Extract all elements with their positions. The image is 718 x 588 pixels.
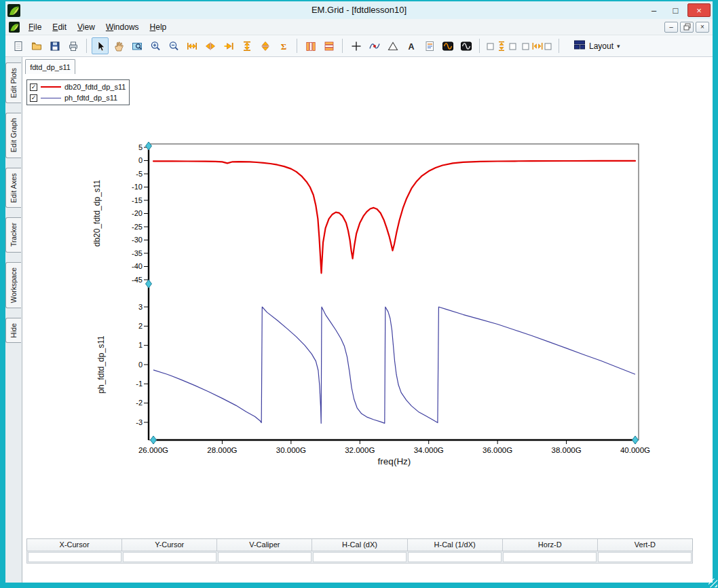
window-title: EM.Grid - [fdtdlesson10] bbox=[5, 5, 713, 15]
sidebar-tab-tracker[interactable]: Tracker bbox=[5, 217, 21, 252]
pan-hand-button[interactable] bbox=[110, 37, 127, 54]
h-expand-icon bbox=[186, 40, 198, 52]
legend-line-sample bbox=[41, 98, 61, 98]
select-arrow-button[interactable] bbox=[92, 37, 109, 54]
readout-column-header: H-Cal (dX) bbox=[312, 539, 407, 551]
column-bars-button[interactable] bbox=[302, 37, 319, 54]
readout-value-row bbox=[26, 551, 693, 564]
sidebar-tab-label: Edit Plots bbox=[10, 68, 18, 98]
menu-help[interactable]: Help bbox=[145, 20, 172, 34]
y-tick-label: -20 bbox=[132, 209, 143, 217]
zoom-in-button[interactable] bbox=[147, 37, 164, 54]
y-axis-label-bottom: ph_fdtd_dp_s11 bbox=[96, 335, 106, 393]
row-bars-button[interactable] bbox=[320, 37, 337, 54]
menu-file[interactable]: File bbox=[23, 20, 47, 34]
select-arrow-icon bbox=[94, 40, 107, 52]
close-button[interactable]: × bbox=[687, 3, 711, 17]
maximize-button[interactable]: □ bbox=[666, 3, 685, 17]
new-document-icon bbox=[12, 40, 24, 52]
h-axis-toggle-button[interactable] bbox=[520, 37, 554, 54]
pan-hand-icon bbox=[113, 40, 125, 52]
v-axis-toggle-button[interactable] bbox=[485, 37, 518, 54]
readout-value-cell bbox=[28, 552, 121, 562]
readout-value-cell bbox=[123, 552, 216, 562]
readout-column-header: X-Cursor bbox=[27, 539, 122, 551]
y-tick-label: 1 bbox=[138, 341, 143, 349]
mdi-close-button[interactable]: × bbox=[696, 22, 709, 33]
wave-orange-button[interactable] bbox=[439, 37, 456, 54]
open-folder-button[interactable] bbox=[28, 37, 45, 54]
menu-edit[interactable]: Edit bbox=[47, 20, 72, 34]
sidebar-tab-edit-plots[interactable]: Edit Plots bbox=[5, 62, 21, 103]
menu-windows[interactable]: Windows bbox=[100, 20, 145, 34]
y-tick-label: -15 bbox=[132, 196, 143, 204]
toolbar: ΣALayout▾ bbox=[5, 35, 713, 57]
curve-marker-button[interactable] bbox=[366, 37, 383, 54]
v-split-button[interactable] bbox=[257, 37, 273, 54]
sidebar-tab-label: Workspace bbox=[10, 268, 18, 303]
menu-bar: FileEditViewWindowsHelp – × bbox=[5, 19, 713, 35]
x-tick-label: 40.000G bbox=[620, 446, 650, 454]
save-button[interactable] bbox=[46, 37, 63, 54]
v-expand-icon bbox=[241, 40, 253, 52]
y-tick-label: 5 bbox=[138, 143, 143, 151]
delta-marker-button[interactable] bbox=[384, 37, 401, 54]
sidebar-tab-edit-axes[interactable]: Edit Axes bbox=[5, 168, 21, 208]
x-tick-label: 34.000G bbox=[414, 446, 444, 454]
y-tick-label: -2 bbox=[136, 399, 143, 407]
svg-text:A: A bbox=[408, 41, 414, 51]
x-tick-label: 38.000G bbox=[552, 446, 582, 454]
delta-marker-icon bbox=[387, 40, 399, 52]
open-folder-icon bbox=[31, 40, 43, 52]
legend-series-label: db20_fdtd_dp_s11 bbox=[64, 83, 126, 91]
wave-white-icon bbox=[460, 40, 472, 52]
readout-header-row: X-CursorY-CursorV-CaliperH-Cal (dX)H-Cal… bbox=[26, 538, 693, 551]
layout-dropdown-button[interactable]: Layout▾ bbox=[568, 37, 626, 54]
sum-sigma-button[interactable]: Σ bbox=[275, 37, 292, 54]
y-tick-label: -45 bbox=[132, 276, 143, 284]
y-tick-label: -25 bbox=[132, 223, 143, 231]
readout-column-header: Vert-D bbox=[598, 539, 692, 551]
zoom-region-icon bbox=[131, 40, 143, 52]
svg-text:Σ: Σ bbox=[280, 41, 286, 51]
new-document-button[interactable] bbox=[10, 37, 26, 54]
legend-checkbox[interactable]: ✓ bbox=[30, 94, 37, 102]
h-split-button[interactable] bbox=[202, 37, 219, 54]
h-expand-button[interactable] bbox=[183, 37, 200, 54]
app-window: EM.Grid - [fdtdlesson10] – □ × FileEditV… bbox=[0, 0, 718, 588]
zoom-out-button[interactable] bbox=[165, 37, 182, 54]
sidebar-tab-workspace[interactable]: Workspace bbox=[5, 262, 21, 308]
resize-grip[interactable] bbox=[708, 578, 717, 587]
toolbar-separator bbox=[86, 39, 87, 53]
title-bar: EM.Grid - [fdtdlesson10] – □ × bbox=[5, 1, 713, 19]
document-tab[interactable]: fdtd_dp_s11 bbox=[25, 59, 75, 74]
v-expand-button[interactable] bbox=[238, 37, 255, 54]
x-tick-label: 36.000G bbox=[483, 446, 512, 454]
mdi-minimize-button[interactable]: – bbox=[664, 22, 678, 33]
v-axis-toggle-icon bbox=[486, 40, 517, 52]
x-tick-label: 26.000G bbox=[138, 446, 168, 454]
y-tick-label: 0 bbox=[138, 361, 143, 369]
add-cross-button[interactable] bbox=[347, 37, 364, 54]
toolbar-separator bbox=[559, 39, 559, 53]
sidebar-tab-hide[interactable]: Hide bbox=[5, 318, 21, 344]
note-page-button[interactable] bbox=[421, 37, 438, 54]
h-shift-right-button[interactable] bbox=[220, 37, 237, 54]
document-tab-label: fdtd_dp_s11 bbox=[30, 63, 71, 71]
note-page-icon bbox=[423, 40, 436, 52]
plot-canvas[interactable]: 50-5-10-15-20-25-30-35-40-453210-1-2-326… bbox=[22, 57, 713, 583]
menu-view[interactable]: View bbox=[72, 20, 100, 34]
mdi-restore-button[interactable] bbox=[680, 22, 694, 33]
wave-white-button[interactable] bbox=[457, 37, 474, 54]
toolbar-separator bbox=[342, 39, 343, 53]
wave-orange-icon bbox=[442, 40, 454, 52]
text-annotation-button[interactable]: A bbox=[402, 37, 419, 54]
x-tick-label: 32.000G bbox=[345, 446, 375, 454]
zoom-region-button[interactable] bbox=[128, 37, 145, 54]
legend-checkbox[interactable]: ✓ bbox=[30, 84, 37, 91]
sidebar-tab-edit-graph[interactable]: Edit Graph bbox=[5, 113, 21, 158]
print-button[interactable] bbox=[64, 37, 81, 54]
sum-sigma-icon: Σ bbox=[278, 40, 290, 52]
mdi-buttons: – × bbox=[664, 22, 709, 33]
minimize-button[interactable]: – bbox=[644, 3, 664, 17]
